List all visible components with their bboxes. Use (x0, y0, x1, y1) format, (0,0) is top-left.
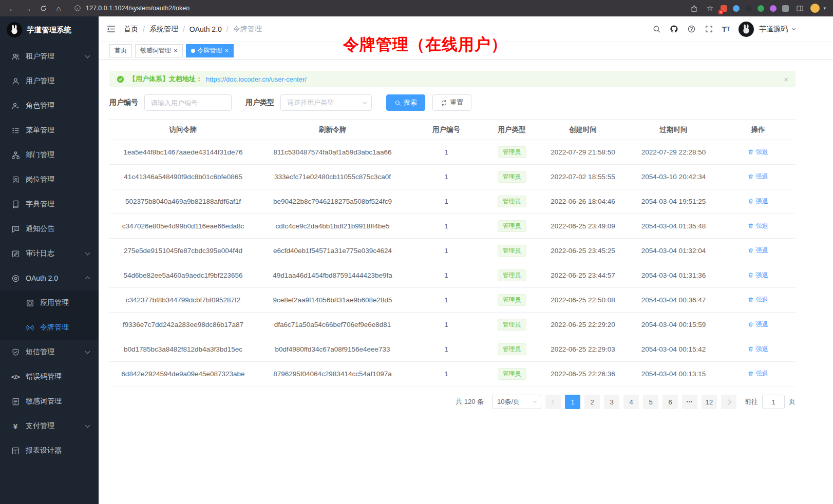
refresh-token-cell: be90422b8c7946218275a508bf524fc9 (257, 189, 408, 214)
id-badge-icon (10, 176, 21, 184)
extension-icon[interactable] (733, 5, 740, 12)
user-type-tag: 管理员 (498, 171, 526, 182)
page-button-5[interactable]: 5 (643, 395, 658, 409)
sidebar-item-oauth2-app[interactable]: 应用管理 (0, 290, 99, 315)
search-icon[interactable] (652, 25, 661, 33)
page-button-12[interactable]: 12 (702, 395, 717, 409)
font-size-icon[interactable]: TT (722, 25, 730, 33)
browser-home-button[interactable]: ⌂ (51, 2, 66, 15)
sidebar-item-report-designer[interactable]: 报表设计器 (0, 438, 99, 463)
goto-page-input[interactable] (762, 395, 785, 409)
sidebar-item-oauth2[interactable]: OAuth 2.0 (0, 266, 99, 290)
force-logout-button[interactable]: 强退 (748, 246, 768, 255)
expire-time-cell: 2054-03-04 00:13:15 (627, 362, 721, 386)
sidebar-item-post[interactable]: 岗位管理 (0, 167, 99, 192)
user-name[interactable]: 芋道源码 (759, 25, 788, 34)
extension-icon[interactable] (745, 5, 752, 12)
force-logout-button[interactable]: 强退 (748, 172, 768, 181)
extensions-puzzle-icon[interactable] (782, 5, 789, 12)
chevron-down-icon (533, 399, 537, 403)
tab-home[interactable]: 首页 (109, 44, 132, 57)
browser-back-button[interactable]: ← (5, 2, 20, 15)
user-type-cell: 管理员 (484, 263, 539, 288)
sidebar-item-oauth2-token[interactable]: 令牌管理 (0, 315, 99, 340)
force-logout-button[interactable]: 强退 (748, 296, 768, 304)
force-logout-button[interactable]: 强退 (748, 345, 768, 354)
force-logout-button[interactable]: 强退 (748, 197, 768, 206)
sidebar-item-role[interactable]: 角色管理 (0, 93, 99, 118)
page-button-4[interactable]: 4 (623, 395, 639, 409)
user-type-tag: 管理员 (498, 245, 526, 256)
search-button-label: 搜索 (404, 98, 417, 107)
tags-view-bar: 首页敏感词管理×令牌管理× (99, 42, 833, 60)
close-icon[interactable]: × (784, 75, 788, 84)
tab-sensitive-word[interactable]: 敏感词管理× (135, 44, 183, 57)
filter-bar: 用户编号 用户类型 请选择用户类型 搜索 重置 (109, 94, 796, 111)
force-logout-button[interactable]: 强退 (748, 271, 768, 280)
page-button-1[interactable]: 1 (565, 395, 580, 409)
sidebar-item-menu[interactable]: 菜单管理 (0, 118, 99, 143)
sidebar-item-audit-log[interactable]: 审计日志 (0, 241, 99, 266)
table-row: 1ea5e44f8bc1467aaede43144f31de76811c5304… (109, 140, 796, 165)
github-icon[interactable] (670, 25, 678, 33)
trash-icon (748, 346, 754, 352)
user-type-select[interactable]: 请选择用户类型 (280, 94, 372, 111)
column-header: 操作 (721, 120, 796, 140)
site-info-icon (74, 5, 81, 12)
sidebar-item-dict[interactable]: 字典管理 (0, 192, 99, 217)
chevron-up-icon (85, 277, 90, 282)
next-page-button[interactable] (721, 395, 736, 409)
sidebar-item-user[interactable]: 用户管理 (0, 69, 99, 93)
close-icon[interactable]: × (225, 48, 229, 54)
page-size-select[interactable]: 10条/页 (492, 395, 541, 409)
chevron-down-icon[interactable]: ▾ (823, 6, 826, 11)
force-logout-button[interactable]: 强退 (748, 370, 768, 378)
sidebar-item-error-code[interactable]: </>错误码管理 (0, 364, 99, 389)
tab-token[interactable]: 令牌管理× (186, 44, 234, 57)
sidebar-item-pay[interactable]: ¥支付管理 (0, 414, 99, 438)
refresh-icon (441, 100, 447, 106)
share-button[interactable] (689, 2, 699, 15)
breadcrumb-item[interactable]: 首页 (124, 25, 138, 34)
browser-profile-avatar[interactable] (810, 4, 820, 13)
sidebar-toggle-icon[interactable] (794, 2, 805, 15)
sidebar-item-sms[interactable]: 短信管理 (0, 340, 99, 364)
page-button-6[interactable]: 6 (662, 395, 678, 409)
org-tree-icon (10, 151, 21, 160)
action-cell: 强退 (721, 263, 796, 288)
browser-reload-button[interactable] (36, 2, 50, 15)
breadcrumb-item[interactable]: 系统管理 (149, 25, 178, 34)
app-logo[interactable]: 芋道管理系统 (0, 16, 99, 43)
alert-doc-link[interactable]: https://doc.iocoder.cn/user-center/ (206, 75, 307, 83)
user-avatar[interactable] (739, 22, 754, 37)
force-logout-button[interactable]: 强退 (748, 320, 768, 329)
page-button-3[interactable]: 3 (604, 395, 619, 409)
force-logout-button[interactable]: 强退 (748, 148, 768, 157)
fullscreen-icon[interactable] (705, 25, 713, 33)
user-id-input[interactable] (144, 94, 232, 111)
browser-forward-button[interactable]: → (21, 2, 35, 15)
prev-page-button[interactable] (545, 395, 561, 409)
sidebar-item-tenant[interactable]: 租户管理 (0, 44, 99, 69)
bookmark-button[interactable]: ☆ (705, 2, 715, 15)
pagination-more-button[interactable]: ••• (682, 395, 697, 409)
force-logout-button[interactable]: 强退 (748, 222, 768, 230)
help-icon[interactable] (687, 25, 696, 33)
breadcrumb-item[interactable]: OAuth 2.0 (190, 25, 222, 33)
extension-icon[interactable] (758, 5, 764, 12)
page-button-2[interactable]: 2 (584, 395, 600, 409)
trash-icon (748, 321, 754, 327)
extension-icon[interactable]: 0 (721, 5, 727, 12)
close-icon[interactable]: × (174, 48, 178, 54)
sidebar-item-notice[interactable]: 通知公告 (0, 217, 99, 241)
hamburger-icon[interactable] (106, 24, 116, 34)
user-type-cell: 管理员 (484, 288, 539, 313)
sidebar-item-sensitive-word[interactable]: 敏感词管理 (0, 389, 99, 414)
search-button[interactable]: 搜索 (386, 94, 425, 111)
extension-icon[interactable] (770, 5, 777, 12)
address-bar[interactable]: 127.0.0.1:1024/system/oauth2/token (74, 5, 680, 12)
chevron-down-icon (85, 53, 90, 59)
reset-button[interactable]: 重置 (432, 94, 471, 111)
sidebar-item-label: 租户管理 (26, 52, 86, 61)
sidebar-item-dept[interactable]: 部门管理 (0, 143, 99, 167)
